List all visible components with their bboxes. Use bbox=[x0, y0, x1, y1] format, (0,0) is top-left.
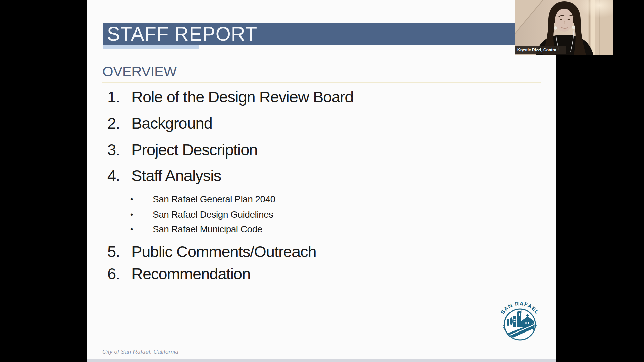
list-item-1: 1. Role of the Design Review Board bbox=[107, 87, 353, 107]
section-heading-rule bbox=[102, 82, 541, 83]
list-item-6: 6. Recommendation bbox=[107, 264, 250, 284]
sub-list-label: San Rafael Municipal Code bbox=[153, 222, 262, 237]
slide-title-bar: STAFF REPORT bbox=[103, 23, 518, 45]
presentation-slide: STAFF REPORT OVERVIEW 1. Role of the Des… bbox=[87, 0, 556, 362]
footer-rule bbox=[102, 347, 541, 347]
sub-list-label: San Rafael Design Guidelines bbox=[153, 207, 273, 222]
slide-title: STAFF REPORT bbox=[107, 23, 257, 45]
earring-right bbox=[572, 26, 575, 29]
list-number: 2. bbox=[107, 113, 131, 133]
bullet-icon: • bbox=[130, 192, 153, 207]
earring-left bbox=[554, 26, 557, 30]
list-label: Staff Analysis bbox=[131, 166, 221, 186]
bullet-icon: • bbox=[130, 222, 153, 237]
san-rafael-logo: SAN RAFAEL THE CITY WITH A MISSION bbox=[499, 300, 541, 347]
list-label: Recommendation bbox=[131, 264, 250, 284]
list-label: Role of the Design Review Board bbox=[131, 87, 353, 107]
webcam-tile[interactable]: Krystle Rizzi, Contra... bbox=[515, 0, 613, 55]
list-label: Project Description bbox=[131, 140, 257, 160]
list-item-5: 5. Public Comments/Outreach bbox=[107, 242, 316, 262]
list-number: 3. bbox=[107, 140, 131, 160]
slide-footer: City of San Rafael, California bbox=[102, 349, 178, 355]
sub-list-item-2: • San Rafael Design Guidelines bbox=[130, 207, 273, 222]
list-number: 4. bbox=[107, 166, 131, 186]
sub-list-item-1: • San Rafael General Plan 2040 bbox=[130, 192, 275, 207]
list-item-2: 2. Background bbox=[107, 113, 212, 133]
section-heading: OVERVIEW bbox=[102, 63, 177, 80]
city-seal-icon: SAN RAFAEL THE CITY WITH A MISSION bbox=[499, 300, 541, 347]
list-number: 5. bbox=[107, 242, 131, 262]
sub-list-item-3: • San Rafael Municipal Code bbox=[130, 222, 262, 237]
list-number: 6. bbox=[107, 264, 131, 284]
list-item-3: 3. Project Description bbox=[107, 140, 257, 160]
bottom-edge-strip bbox=[87, 359, 556, 362]
participant-name-label: Krystle Rizzi, Contra... bbox=[517, 48, 560, 52]
bullet-icon: • bbox=[130, 207, 153, 222]
list-item-4: 4. Staff Analysis bbox=[107, 166, 221, 186]
list-label: Background bbox=[131, 113, 212, 133]
sub-list-label: San Rafael General Plan 2040 bbox=[153, 192, 275, 207]
webcam-video: Krystle Rizzi, Contra... bbox=[515, 0, 613, 55]
list-label: Public Comments/Outreach bbox=[131, 242, 316, 262]
title-underline-accent bbox=[103, 45, 199, 49]
list-number: 1. bbox=[107, 87, 131, 107]
letterbox-left bbox=[0, 0, 87, 362]
